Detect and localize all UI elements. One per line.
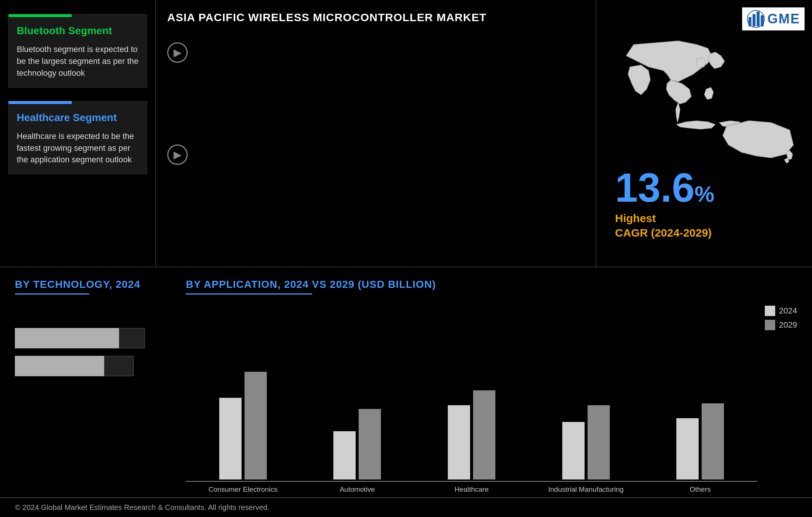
tech-bar-row-1: [15, 328, 175, 348]
tech-bar-2-light: [15, 356, 104, 376]
baseline-industrial: [529, 481, 643, 482]
legend-2024: 2024: [765, 306, 797, 316]
bar-group-automotive-bars: [300, 409, 415, 479]
svg-rect-2: [757, 12, 760, 26]
bar-group-industrial: Industrial Manufacturing: [529, 405, 643, 494]
cagr-value: 13.6: [615, 165, 695, 210]
app-chart-underline: [186, 293, 312, 295]
bluetooth-indicator: [9, 14, 72, 17]
gme-logo-icon: [747, 10, 765, 28]
consumer-bar-2024: [219, 398, 242, 479]
legend-label-2029: 2029: [779, 320, 797, 330]
bar-group-healthcare: Healthcare: [414, 390, 529, 494]
legend-label-2024: 2024: [779, 306, 797, 316]
automotive-bar-2024: [333, 431, 356, 479]
bluetooth-card: Bluetooth Segment Bluetooth segment is e…: [8, 14, 147, 88]
cagr-percent-sign: %: [695, 182, 714, 207]
others-bar-2024: [676, 418, 699, 479]
map-container: [611, 37, 797, 163]
baseline-consumer: [186, 481, 300, 482]
baseline-automotive: [300, 481, 415, 482]
industrial-bar-2024: [562, 422, 585, 479]
healthcare-label: Healthcare: [454, 485, 489, 494]
gme-logo-text: GME: [767, 11, 800, 27]
tech-bar-row-2: [15, 356, 175, 376]
arrow-inner-1: ▶: [174, 46, 182, 59]
app-chart-area: Consumer Electronics Automotive: [186, 302, 797, 494]
cagr-label-line1: Highest: [615, 212, 656, 224]
bar-group-industrial-bars: [529, 405, 643, 479]
cagr-section: 13.6% Highest CAGR (2024-2029): [604, 167, 805, 240]
legend-box-2029: [765, 320, 775, 330]
others-bar-2029: [702, 403, 724, 479]
cagr-label-line2: CAGR (2024-2029): [615, 227, 712, 239]
bar-group-consumer-bars: [186, 372, 300, 479]
automotive-label: Automotive: [340, 485, 375, 494]
bar-group-automotive: Automotive: [300, 409, 415, 494]
arrow-icon-2[interactable]: ▶: [167, 144, 188, 165]
bar-group-others: Others: [643, 403, 757, 494]
industrial-bar-2029: [588, 405, 610, 479]
main-container: Bluetooth Segment Bluetooth segment is e…: [0, 0, 812, 517]
healthcare-segment-text: Healthcare is expected to be the fastest…: [17, 130, 139, 166]
bar-group-others-bars: [643, 403, 757, 479]
baseline-healthcare: [414, 481, 529, 482]
baseline-others: [643, 481, 757, 482]
tech-bar-1-dark: [119, 328, 145, 348]
center-panel: ASIA PACIFIC WIRELESS MICROCONTROLLER MA…: [156, 0, 596, 267]
chart-legend: 2024 2029: [765, 306, 797, 330]
footer: © 2024 Global Market Estimates Research …: [0, 497, 812, 517]
gme-logo: GME: [742, 7, 805, 30]
healthcare-card: Healthcare Segment Healthcare is expecte…: [8, 101, 147, 175]
legend-box-2024: [765, 306, 775, 316]
right-panel: GME: [596, 0, 812, 267]
arrow-inner-2: ▶: [174, 149, 182, 161]
others-label: Others: [690, 485, 711, 494]
tech-chart-underline: [15, 293, 89, 295]
healthcare-bar-2024: [448, 405, 470, 479]
consumer-label: Consumer Electronics: [208, 485, 278, 494]
footer-text: © 2024 Global Market Estimates Research …: [15, 503, 269, 511]
industrial-label: Industrial Manufacturing: [548, 485, 624, 494]
tech-chart: BY TECHNOLOGY, 2024: [15, 279, 186, 494]
bluetooth-segment-text: Bluetooth segment is expected to be the …: [17, 43, 139, 79]
left-panel: Bluetooth Segment Bluetooth segment is e…: [0, 0, 156, 267]
app-chart-title: BY APPLICATION, 2024 VS 2029 (USD BILLIO…: [186, 279, 797, 290]
app-bar-chart: Consumer Electronics Automotive: [186, 372, 757, 494]
tech-chart-title: BY TECHNOLOGY, 2024: [15, 279, 175, 290]
arrow-icon-1[interactable]: ▶: [167, 42, 188, 63]
healthcare-bar-2029: [473, 390, 495, 479]
tech-bar-2-dark: [104, 356, 134, 376]
bottom-section: BY TECHNOLOGY, 2024 BY APPLICATION, 2024…: [0, 267, 812, 497]
healthcare-segment-title: Healthcare Segment: [17, 112, 139, 124]
app-chart: BY APPLICATION, 2024 VS 2029 (USD BILLIO…: [186, 279, 797, 494]
svg-rect-1: [753, 14, 756, 26]
tech-bar-chart: [15, 328, 175, 376]
asia-pacific-map: [611, 37, 797, 163]
legend-2029: 2029: [765, 320, 797, 330]
cagr-label: Highest CAGR (2024-2029): [615, 211, 805, 240]
bar-group-healthcare-bars: [414, 390, 529, 479]
market-title: ASIA PACIFIC WIRELESS MICROCONTROLLER MA…: [167, 11, 585, 24]
automotive-bar-2029: [359, 409, 381, 479]
bar-group-consumer: Consumer Electronics: [186, 372, 300, 494]
top-section: Bluetooth Segment Bluetooth segment is e…: [0, 0, 812, 267]
consumer-bar-2029: [245, 372, 267, 479]
tech-bar-1-light: [15, 328, 119, 348]
healthcare-indicator: [9, 101, 72, 104]
bluetooth-segment-title: Bluetooth Segment: [17, 25, 139, 37]
